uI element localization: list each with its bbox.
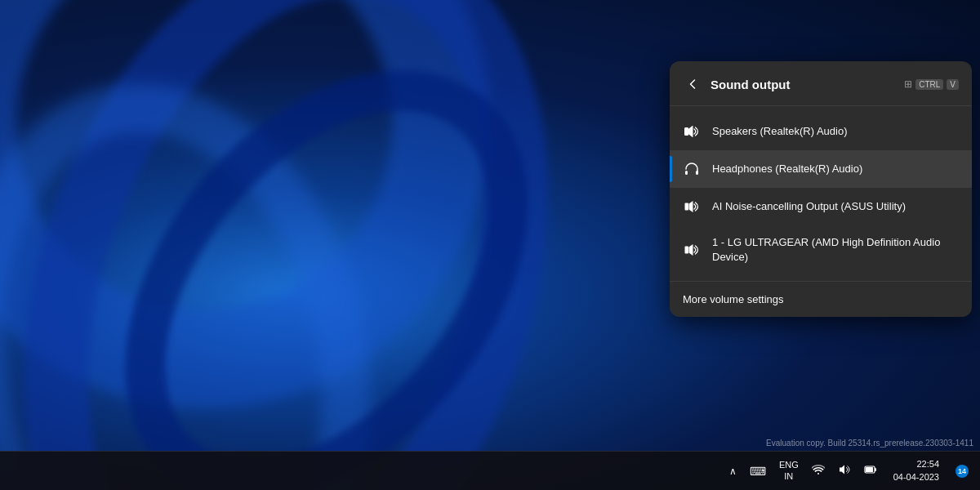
svg-rect-3	[685, 171, 688, 175]
clock-date: 04-04-2023	[893, 471, 939, 483]
svg-rect-5	[685, 203, 689, 211]
eval-watermark: Evaluation copy. Build 25314.rs_prerelea…	[760, 437, 980, 449]
battery-icon	[864, 463, 877, 479]
taskbar-wifi[interactable]	[807, 460, 830, 482]
device-item-ai-noise[interactable]: AI Noise-cancelling Output (ASUS Utility…	[670, 188, 972, 225]
taskbar-keyboard[interactable]: ⌨	[745, 461, 771, 481]
device-list: Speakers (Realtek(R) Audio) Headphones (…	[670, 106, 972, 281]
taskbar-volume[interactable]	[833, 460, 856, 482]
shortcut-hint: ⊞ CTRL V	[904, 78, 959, 90]
active-indicator	[670, 156, 672, 182]
device-name-lg-ultragear: 1 - LG ULTRAGEAR (AMD High Definition Au…	[712, 235, 959, 265]
volume-icon	[838, 463, 851, 479]
ai-noise-icon	[683, 198, 701, 216]
taskbar-language[interactable]: ENG IN	[774, 457, 804, 484]
svg-rect-9	[875, 468, 876, 471]
back-button[interactable]	[683, 74, 702, 94]
device-name-speakers: Speakers (Realtek(R) Audio)	[712, 124, 847, 139]
notification-badge: 14	[956, 465, 969, 478]
more-volume-label: More volume settings	[683, 293, 784, 305]
chevron-up-icon: ∧	[729, 466, 737, 477]
shortcut-key: V	[947, 79, 959, 90]
lg-icon	[683, 241, 701, 259]
sound-output-panel: Sound output ⊞ CTRL V Speakers (Real	[670, 61, 972, 317]
taskbar-datetime[interactable]: 22:54 04-04-2023	[885, 455, 947, 487]
shortcut-icon: ⊞	[904, 78, 912, 90]
clock-time: 22:54	[916, 458, 939, 470]
more-volume-settings[interactable]: More volume settings	[670, 281, 972, 317]
panel-header: Sound output ⊞ CTRL V	[670, 61, 972, 106]
panel-title: Sound output	[710, 78, 896, 91]
language-indicator: ENG IN	[779, 460, 799, 481]
taskbar: ∧ ⌨ ENG IN	[0, 451, 980, 490]
taskbar-chevron[interactable]: ∧	[724, 462, 742, 480]
svg-rect-6	[685, 247, 689, 254]
lang-secondary: IN	[784, 471, 793, 482]
eval-text-content: Evaluation copy. Build 25314.rs_prerelea…	[766, 439, 973, 448]
clock: 22:54 04-04-2023	[890, 458, 942, 483]
back-arrow-icon	[686, 78, 699, 91]
device-name-ai-noise: AI Noise-cancelling Output (ASUS Utility…	[712, 199, 906, 214]
keyboard-icon: ⌨	[750, 465, 766, 478]
svg-rect-4	[696, 171, 698, 175]
speaker-icon	[683, 122, 701, 140]
shortcut-modifier: CTRL	[915, 79, 943, 90]
taskbar-notification[interactable]: 14	[951, 461, 973, 481]
device-name-headphones: Headphones (Realtek(R) Audio)	[712, 162, 862, 176]
wifi-icon	[812, 463, 825, 479]
device-item-speakers[interactable]: Speakers (Realtek(R) Audio)	[670, 113, 972, 150]
taskbar-battery[interactable]	[859, 460, 882, 482]
svg-rect-8	[866, 467, 873, 472]
headphones-icon	[683, 160, 701, 178]
svg-rect-2	[685, 128, 689, 136]
device-item-lg-ultragear[interactable]: 1 - LG ULTRAGEAR (AMD High Definition Au…	[670, 225, 972, 274]
device-item-headphones[interactable]: Headphones (Realtek(R) Audio)	[670, 150, 972, 188]
lang-primary: ENG	[779, 460, 799, 470]
